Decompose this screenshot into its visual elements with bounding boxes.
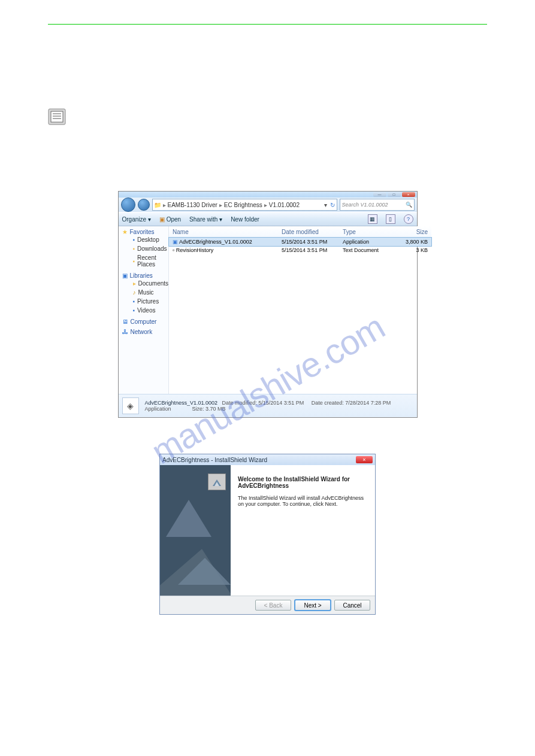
search-input[interactable]: Search V1.01.0002 🔍 [340, 199, 415, 211]
wizard-title: AdvECBrightness - InstallShield Wizard [162, 457, 267, 463]
window-min[interactable]: — [373, 192, 386, 197]
sidebar-item-desktop[interactable]: ▪Desktop [122, 235, 169, 244]
back-button: < Back [255, 600, 291, 611]
close-icon[interactable]: × [356, 456, 373, 463]
computer-icon: 🖥 [122, 318, 128, 325]
col-date[interactable]: Date modified [278, 229, 339, 235]
sidebar-item-documents[interactable]: ▸Documents [122, 279, 169, 288]
address-bar: 📁 ▸ EAMB-1130 Driver ▸ EC Brightness ▸ V… [119, 198, 417, 212]
crumb-0[interactable]: EAMB-1130 Driver [168, 202, 217, 208]
sidebar-item-downloads[interactable]: ▪Downloads [122, 244, 169, 253]
details-pane: ◈ AdvECBrightness_V1.01.0002 Date modifi… [119, 394, 417, 417]
sidebar: ★Favorites ▪Desktop ▪Downloads ▪Recent P… [119, 226, 170, 394]
sidebar-item-pictures[interactable]: ▪Pictures [122, 297, 169, 306]
libraries-icon: ▣ [122, 272, 128, 279]
documents-icon: ▸ [133, 280, 136, 287]
text-icon: ▫ [173, 247, 174, 253]
note-block [48, 108, 487, 125]
sidebar-item-videos[interactable]: ▪Videos [122, 306, 169, 315]
star-icon: ★ [122, 229, 128, 235]
wizard-heading: Welcome to the InstallShield Wizard for … [238, 476, 368, 489]
pictures-icon: ▪ [133, 298, 135, 305]
folder-icon: 📁 [154, 202, 161, 208]
nav-forward[interactable] [138, 199, 150, 211]
svg-marker-7 [166, 500, 211, 537]
search-icon[interactable]: 🔍 [406, 202, 412, 208]
window-close[interactable]: × [402, 192, 415, 197]
note-icon [48, 108, 66, 125]
share-menu[interactable]: Share with ▾ [189, 216, 222, 223]
sidebar-network[interactable]: 🖧Network [122, 329, 169, 335]
table-row[interactable]: ▣ AdvECBrightness_V1.01.0002 5/15/2014 3… [169, 238, 431, 246]
folder-icon: ▪ [133, 245, 135, 252]
sidebar-favorites[interactable]: ★Favorites [122, 229, 169, 235]
help-icon[interactable]: ? [404, 214, 413, 224]
sidebar-computer[interactable]: 🖥Computer [122, 318, 169, 325]
sidebar-item-recent[interactable]: ▪Recent Places [122, 253, 169, 269]
crumb-2[interactable]: V1.01.0002 [269, 202, 300, 208]
nav-back[interactable] [121, 198, 135, 212]
videos-icon: ▪ [133, 307, 135, 314]
thumbnail-icon: ◈ [122, 397, 139, 414]
file-list: Name Date modified Type Size ▣ AdvECBrig… [169, 226, 431, 394]
toolbar: Organize ▾ ▣ Open Share with ▾ New folde… [119, 212, 417, 226]
column-headers: Name Date modified Type Size [169, 226, 431, 238]
installshield-wizard: AdvECBrightness - InstallShield Wizard ×… [159, 454, 376, 615]
wizard-banner [160, 465, 231, 596]
open-button[interactable]: ▣ Open [159, 216, 181, 223]
svg-rect-1 [51, 111, 63, 122]
organize-menu[interactable]: Organize ▾ [122, 216, 151, 223]
newfolder-button[interactable]: New folder [231, 216, 259, 223]
wizard-content: Welcome to the InstallShield Wizard for … [231, 465, 375, 596]
col-size[interactable]: Size [392, 229, 431, 235]
crumb-history[interactable]: ▾ [324, 202, 327, 208]
header-rule [48, 24, 487, 25]
refresh-icon[interactable]: ↻ [330, 202, 335, 208]
cancel-button[interactable]: Cancel [334, 600, 370, 611]
next-button[interactable]: Next > [295, 600, 331, 611]
window-max[interactable]: □ [388, 192, 401, 197]
recent-icon: ▪ [133, 258, 135, 265]
sidebar-libraries[interactable]: ▣Libraries [122, 272, 169, 279]
explorer-window: — □ × 📁 ▸ EAMB-1130 Driver ▸ EC Brightne… [118, 191, 418, 418]
sidebar-item-music[interactable]: ♪Music [122, 288, 169, 297]
view-options[interactable]: ▦ [368, 214, 377, 224]
desktop-icon: ▪ [133, 236, 135, 243]
search-placeholder: Search V1.01.0002 [342, 202, 388, 208]
app-icon: ▣ [173, 239, 178, 245]
titlebar: — □ × [119, 192, 417, 198]
preview-pane[interactable]: ▯ [386, 214, 395, 224]
wizard-footer: < Back Next > Cancel [160, 596, 375, 614]
wizard-titlebar: AdvECBrightness - InstallShield Wizard × [160, 454, 375, 465]
wizard-body: The InstallShield Wizard will install Ad… [238, 495, 368, 507]
music-icon: ♪ [133, 289, 136, 296]
network-icon: 🖧 [122, 329, 128, 335]
col-name[interactable]: Name [169, 229, 278, 235]
details-name: AdvECBrightness_V1.01.0002 [145, 400, 218, 406]
col-type[interactable]: Type [339, 229, 392, 235]
crumb-1[interactable]: EC Brightness [224, 202, 262, 208]
table-row[interactable]: ▫ RevisionHistory 5/15/2014 3:51 PM Text… [169, 246, 431, 254]
details-type: Application [145, 406, 171, 412]
breadcrumb[interactable]: 📁 ▸ EAMB-1130 Driver ▸ EC Brightness ▸ V… [152, 199, 337, 211]
